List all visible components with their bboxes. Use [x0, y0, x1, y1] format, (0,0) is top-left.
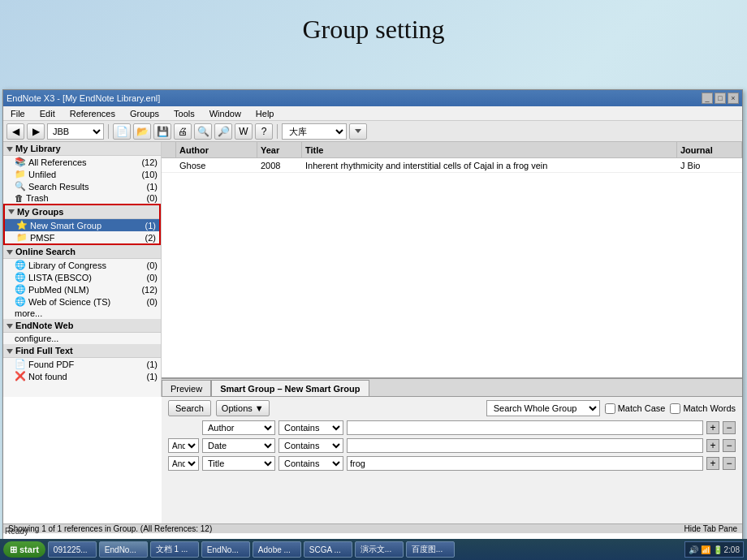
menu-tools[interactable]: Tools — [171, 109, 197, 118]
lista-icon: 🌐 — [15, 272, 26, 282]
all-refs-icon: 📚 — [15, 157, 26, 167]
col-header-year[interactable]: Year — [257, 142, 302, 157]
sidebar-item-search-results[interactable]: 🔍 Search Results (1) — [3, 180, 161, 192]
field-select-2[interactable]: Date — [202, 438, 275, 453]
sidebar-item-new-smart-group[interactable]: ⭐ New Smart Group (1) — [5, 219, 159, 231]
format-dropdown[interactable]: 大库 — [282, 123, 347, 140]
taskbar-time: 2:08 — [724, 545, 740, 554]
table-row[interactable]: Ghose 2008 Inherent rhythmicity and inte… — [162, 158, 742, 173]
add-row-3-button[interactable]: + — [706, 457, 719, 470]
my-groups-header: My Groups — [5, 205, 159, 219]
endnote-web-header: EndNote Web — [3, 319, 161, 333]
loc-icon: 🌐 — [15, 260, 26, 270]
smart-group-content: Search Options ▼ Search Whole Group Matc… — [162, 397, 742, 477]
match-case-checkbox[interactable] — [605, 403, 615, 414]
open-button[interactable]: 📂 — [133, 123, 151, 140]
match-case-label[interactable]: Match Case — [605, 403, 666, 414]
taskbar-item-3[interactable]: EndNo... — [201, 541, 250, 558]
sidebar-item-web-of-science[interactable]: 🌐 Web of Science (TS) (0) — [3, 295, 161, 308]
connector-select-2[interactable]: And — [168, 438, 199, 453]
sidebar-item-trash[interactable]: 🗑 Trash (0) — [3, 192, 161, 204]
sidebar-item-not-found[interactable]: ❌ Not found (1) — [3, 370, 161, 382]
close-button[interactable]: × — [728, 93, 739, 104]
menu-help[interactable]: Help — [253, 109, 277, 118]
content-area: My Library 📚 All References (12) 📁 Unfil… — [3, 142, 742, 397]
match-words-label[interactable]: Match Words — [670, 403, 736, 414]
search-button[interactable]: 🔍 — [194, 123, 212, 140]
dropdown-arrow[interactable] — [349, 123, 367, 140]
taskbar-item-1[interactable]: EndNo... — [99, 541, 148, 558]
search-row-2: And Date Contains + − — [168, 438, 736, 453]
field-select-3[interactable]: Title — [202, 456, 275, 471]
minimize-button[interactable]: _ — [702, 93, 713, 104]
find-button[interactable]: 🔎 — [214, 123, 232, 140]
taskbar-item-7[interactable]: 百度图... — [406, 541, 455, 558]
remove-row-2-button[interactable]: − — [723, 439, 736, 452]
col-header-journal[interactable]: Journal — [677, 142, 742, 157]
toolbar-separator-2 — [277, 124, 278, 139]
options-button[interactable]: Options ▼ — [216, 400, 270, 416]
smart-group-tabs: Preview Smart Group – New Smart Group — [162, 379, 742, 397]
remove-row-3-button[interactable]: − — [723, 457, 736, 470]
connector-select-3[interactable]: And — [168, 456, 199, 471]
col-header-author[interactable]: Author — [176, 142, 257, 157]
sidebar-item-more[interactable]: more... — [3, 308, 161, 319]
taskbar-item-6[interactable]: 演示文... — [355, 541, 404, 558]
taskbar-item-0[interactable]: 091225... — [48, 541, 97, 558]
window-title: EndNote X3 - [My EndNote Library.enl] — [6, 93, 160, 103]
save-button[interactable]: 💾 — [153, 123, 171, 140]
sidebar-item-configure[interactable]: configure... — [3, 333, 161, 344]
forward-button[interactable]: ▶ — [27, 123, 45, 140]
ref-table-body: Ghose 2008 Inherent rhythmicity and inte… — [162, 158, 742, 387]
status-text: Showing 1 of 1 references in Group. (All… — [8, 524, 212, 533]
search-button[interactable]: Search — [168, 400, 211, 416]
menu-references[interactable]: References — [67, 109, 118, 118]
print-button[interactable]: 🖨 — [174, 123, 192, 140]
word-button[interactable]: W — [235, 123, 253, 140]
menu-window[interactable]: Window — [207, 109, 244, 118]
sidebar-item-pubmed[interactable]: 🌐 PubMed (NLM) (12) — [3, 283, 161, 295]
style-dropdown[interactable]: JBB — [47, 123, 104, 140]
menu-groups[interactable]: Groups — [127, 109, 162, 118]
help-button[interactable]: ? — [255, 123, 273, 140]
tab-preview[interactable]: Preview — [162, 380, 211, 396]
trash-icon: 🗑 — [15, 193, 24, 203]
menu-file[interactable]: File — [8, 109, 28, 118]
sidebar-item-found-pdf[interactable]: 📄 Found PDF (1) — [3, 358, 161, 370]
toolbar-separator-1 — [108, 124, 109, 139]
start-button[interactable]: ⊞ start — [3, 541, 45, 558]
pubmed-icon: 🌐 — [15, 284, 26, 295]
tab-smart-group[interactable]: Smart Group – New Smart Group — [211, 380, 369, 396]
operator-select-3[interactable]: Contains — [279, 456, 343, 471]
my-groups-collapse-icon — [8, 209, 15, 214]
menu-edit[interactable]: Edit — [37, 109, 58, 118]
value-input-2[interactable] — [347, 438, 703, 453]
hide-tab-pane-button[interactable]: Hide Tab Pane — [684, 524, 737, 533]
toolbar: ◀ ▶ JBB 📄 📂 💾 🖨 🔍 🔎 W ? 大库 — [3, 121, 742, 142]
back-button[interactable]: ◀ — [6, 123, 24, 140]
add-row-1-button[interactable]: + — [706, 421, 719, 434]
sidebar-item-lista[interactable]: 🌐 LISTA (EBSCO) (0) — [3, 271, 161, 283]
sidebar-item-unfiled[interactable]: 📁 Unfiled (10) — [3, 168, 161, 180]
add-row-2-button[interactable]: + — [706, 439, 719, 452]
sidebar-item-library-of-congress[interactable]: 🌐 Library of Congress (0) — [3, 259, 161, 271]
operator-select-1[interactable]: Contains — [279, 420, 343, 435]
value-input-3[interactable] — [347, 456, 703, 471]
new-ref-button[interactable]: 📄 — [113, 123, 131, 140]
operator-select-2[interactable]: Contains — [279, 438, 343, 453]
field-select-1[interactable]: Author — [202, 420, 275, 435]
endnote-web-collapse-icon — [6, 324, 13, 329]
col-header-title[interactable]: Title — [302, 142, 677, 157]
taskbar-item-5[interactable]: SCGA ... — [304, 541, 352, 558]
match-words-checkbox[interactable] — [670, 403, 680, 414]
sidebar-item-all-references[interactable]: 📚 All References (12) — [3, 156, 161, 168]
search-scope-dropdown[interactable]: Search Whole Group — [486, 400, 600, 416]
sidebar-item-pmsf[interactable]: 📁 PMSF (2) — [5, 231, 159, 243]
taskbar-item-4[interactable]: Adobe ... — [253, 541, 301, 558]
restore-button[interactable]: □ — [715, 93, 726, 104]
pdf-icon: 📄 — [15, 359, 26, 369]
value-input-1[interactable] — [347, 420, 703, 435]
remove-row-1-button[interactable]: − — [723, 421, 736, 434]
taskbar-item-2[interactable]: 文档 1 ... — [150, 541, 199, 558]
unfiled-icon: 📁 — [15, 169, 26, 179]
